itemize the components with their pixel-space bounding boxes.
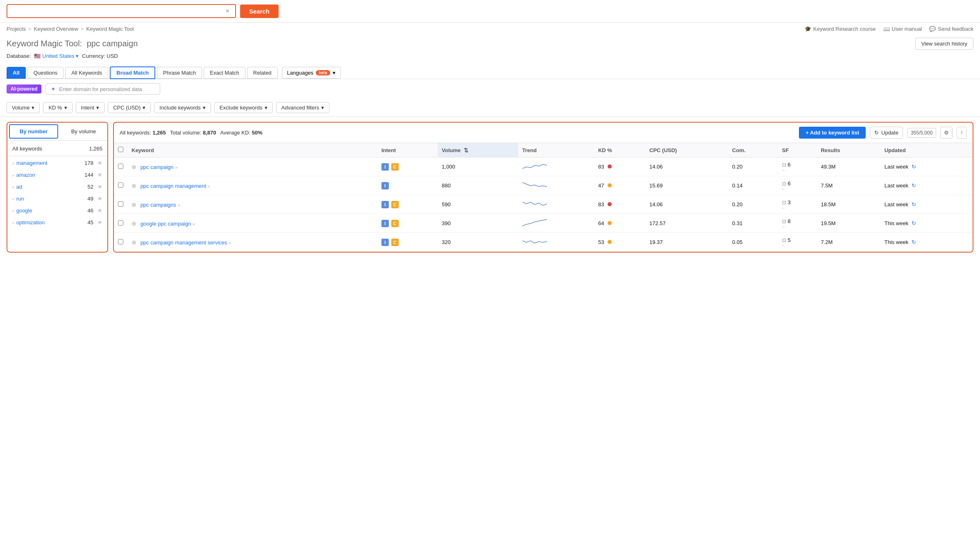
gear-icon: ⚙ [944, 130, 949, 136]
database-label: Database: [7, 53, 31, 59]
sidebar-item-google[interactable]: › google 46 👁 [7, 205, 107, 217]
results-column-header: Results [817, 143, 880, 157]
kd-filter-button[interactable]: KD % ▾ [43, 102, 72, 113]
intent-i-badge: I [381, 239, 389, 246]
user-manual-link[interactable]: 📖 User manual [883, 26, 922, 32]
eye-icon[interactable]: 👁 [98, 184, 102, 190]
add-circle-icon[interactable]: ⊕ [132, 239, 136, 246]
ai-bar: AI-powered ✦ Enter domain for personaliz… [0, 79, 980, 99]
trend-column-header: Trend [518, 143, 594, 157]
trend-chart [522, 199, 547, 209]
keyword-link[interactable]: ppc campaign management services [141, 239, 227, 246]
keyword-link[interactable]: ppc campaign [141, 164, 174, 170]
volume-filter-button[interactable]: Volume ▾ [7, 102, 40, 113]
select-all-checkbox[interactable] [118, 147, 123, 152]
tab-all[interactable]: All [7, 67, 26, 79]
tab-exact-match[interactable]: Exact Match [204, 67, 245, 79]
add-circle-icon[interactable]: ⊕ [132, 164, 136, 170]
breadcrumb-projects[interactable]: Projects [7, 26, 26, 32]
results-cell: 19.5M [817, 214, 880, 233]
sidebar-item-label: ad [16, 184, 22, 190]
sf-cell: ⊡ 6 -- [778, 176, 817, 195]
settings-button[interactable]: ⚙ [940, 127, 953, 139]
sidebar-item-amazon[interactable]: › amazon 144 👁 [7, 169, 107, 181]
page-title: Keyword Magic Tool: ppc campaign [7, 39, 138, 48]
com-cell: 0.05 [728, 233, 778, 252]
cpc-cell: 19.37 [645, 233, 728, 252]
sidebar-item-ad[interactable]: › ad 52 👁 [7, 181, 107, 193]
view-history-button[interactable]: View search history [915, 38, 973, 50]
advanced-filters-button[interactable]: Advanced filters ▾ [276, 102, 330, 113]
refresh-icon[interactable]: ↻ [912, 220, 916, 226]
chevron-down-icon: ▾ [76, 53, 79, 59]
keywords-table: Keyword Intent Volume ⇅ Trend KD % CPC (… [114, 143, 973, 252]
row-checkbox[interactable] [118, 220, 123, 226]
refresh-icon[interactable]: ↻ [912, 182, 916, 189]
tab-questions[interactable]: Questions [27, 67, 64, 79]
breadcrumb-keyword-overview[interactable]: Keyword Overview [34, 26, 78, 32]
chevron-down-icon: ▾ [265, 105, 268, 111]
sidebar-item-label: management [16, 160, 48, 166]
intent-c-badge: C [391, 239, 399, 246]
tab-related[interactable]: Related [247, 67, 278, 79]
sidebar-item-run[interactable]: › run 49 👁 [7, 193, 107, 205]
refresh-icon[interactable]: ↻ [912, 239, 916, 245]
keyword-link[interactable]: ppc campaign management [141, 183, 206, 189]
intent-filter-button[interactable]: Intent ▾ [76, 102, 105, 113]
send-feedback-link[interactable]: 💬 Send feedback [929, 26, 973, 32]
by-volume-toggle[interactable]: By volume [60, 123, 107, 140]
add-circle-icon[interactable]: ⊕ [132, 201, 136, 208]
include-keywords-button[interactable]: Include keywords ▾ [154, 102, 211, 113]
eye-icon[interactable]: 👁 [98, 208, 102, 214]
book-icon: 📖 [883, 26, 890, 32]
update-button[interactable]: ↻ Update [870, 127, 903, 139]
chevron-down-icon: ▾ [32, 105, 34, 111]
keyword-research-course-link[interactable]: 🎓 Keyword Research course [805, 26, 876, 32]
tab-all-keywords[interactable]: All Keywords [65, 67, 108, 79]
tab-broad-match[interactable]: Broad Match [110, 66, 155, 79]
refresh-icon[interactable]: ↻ [912, 164, 916, 170]
eye-icon[interactable]: 👁 [98, 172, 102, 178]
row-checkbox[interactable] [118, 164, 123, 169]
keyword-link[interactable]: ppc campaigns [141, 202, 176, 208]
domain-input[interactable]: ✦ Enter domain for personalized data [45, 83, 160, 95]
sidebar-item-count: 46 [88, 207, 93, 214]
intent-cell: I C [377, 157, 438, 176]
tab-phrase-match[interactable]: Phrase Match [157, 67, 202, 79]
all-keywords-stat: All keywords: 1,265 [120, 130, 166, 136]
by-number-toggle[interactable]: By number [9, 124, 58, 139]
row-checkbox[interactable] [118, 182, 123, 188]
languages-button[interactable]: Languages beta ▾ [282, 67, 341, 79]
add-to-keyword-list-button[interactable]: + Add to keyword list [799, 127, 866, 139]
row-checkbox[interactable] [118, 239, 123, 244]
add-circle-icon[interactable]: ⊕ [132, 220, 136, 227]
sidebar-all-count: 1,265 [89, 146, 102, 152]
refresh-icon[interactable]: ↻ [912, 201, 916, 207]
row-checkbox[interactable] [118, 201, 123, 207]
table-area: All keywords: 1,265 Total volume: 8,870 … [113, 122, 973, 253]
sidebar-item-optimization[interactable]: › optimization 45 👁 [7, 217, 107, 228]
sidebar-item-management[interactable]: › management 178 👁 [7, 157, 107, 169]
export-button[interactable]: ↑ [957, 127, 967, 139]
eye-icon[interactable]: 👁 [98, 160, 102, 166]
intent-c-badge: C [391, 201, 399, 208]
breadcrumb-sep-2: > [81, 26, 84, 32]
chevron-down-icon: ▾ [203, 105, 206, 111]
volume-column-header[interactable]: Volume ⇅ [438, 143, 518, 157]
search-wrapper: ppc campaign × [7, 4, 236, 18]
keyword-link[interactable]: google ppc campaign [141, 221, 191, 227]
add-circle-icon[interactable]: ⊕ [132, 182, 136, 189]
search-button[interactable]: Search [240, 5, 279, 18]
search-input[interactable]: ppc campaign [11, 8, 224, 15]
exclude-keywords-button[interactable]: Exclude keywords ▾ [214, 102, 273, 113]
eye-icon[interactable]: 👁 [98, 220, 102, 226]
row-checkbox-cell [114, 157, 127, 176]
eye-icon[interactable]: 👁 [98, 196, 102, 202]
results-cell: 7.2M [817, 233, 880, 252]
database-country-link[interactable]: 🇺🇸 United States ▾ [34, 53, 79, 59]
sidebar-item-label: amazon [16, 172, 35, 178]
expand-icon: » [193, 221, 195, 226]
cpc-filter-button[interactable]: CPC (USD) ▾ [108, 102, 151, 113]
table-row: ⊕ ppc campaign management services » I C… [114, 233, 973, 252]
clear-search-button[interactable]: × [224, 7, 231, 15]
